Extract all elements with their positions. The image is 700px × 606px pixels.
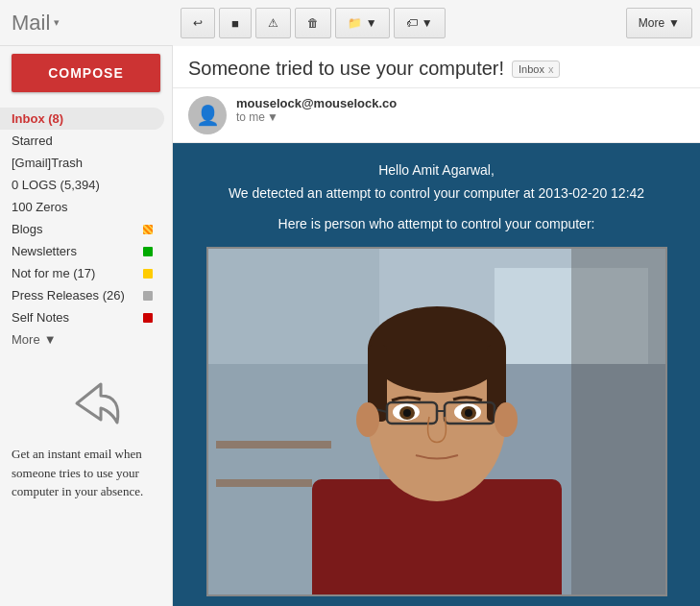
spam-button[interactable]: ⚠: [255, 8, 291, 38]
sidebar-item-newsletters[interactable]: Newsletters: [0, 240, 164, 262]
more-chevron-icon: ▼: [44, 332, 57, 347]
move-button[interactable]: 📁 ▼: [335, 8, 390, 38]
svg-rect-4: [571, 249, 665, 594]
app-title: Mail: [12, 11, 50, 36]
sidebar-item-blogs[interactable]: Blogs: [0, 218, 164, 240]
sender-email: mouselock@mouselock.co: [236, 96, 397, 110]
svg-rect-26: [216, 479, 312, 487]
avatar: 👤: [188, 96, 227, 134]
sidebar-item-inbox[interactable]: Inbox (8): [0, 108, 164, 130]
sidebar: COMPOSE Inbox (8) Starred [Gmail]Trash 0…: [0, 46, 173, 606]
reply-icon: ↩: [193, 16, 203, 30]
svg-point-16: [403, 409, 411, 417]
notforme-dot: [143, 269, 153, 279]
newsletters-dot: [143, 247, 153, 256]
svg-point-9: [368, 306, 506, 393]
email-subject: Someone tried to use your computer!: [188, 58, 504, 80]
sidebar-item-0logs[interactable]: 0 LOGS (5,394): [0, 174, 164, 196]
main-toolbar: ↩ ■ ⚠ 🗑 📁 ▼ 🏷 ▼ More ▼: [173, 0, 700, 46]
more-label: More: [12, 332, 40, 347]
svg-point-24: [495, 402, 518, 437]
sidebar-item-100zeros[interactable]: 100 Zeros: [0, 196, 164, 218]
archive-button[interactable]: ■: [219, 8, 252, 38]
email-greeting: Hello Amit Agarwal,: [192, 162, 681, 178]
email-body: Hello Amit Agarwal, We detected an attem…: [173, 143, 700, 606]
sidebar-item-label: [Gmail]Trash: [12, 156, 153, 170]
inbox-badge: Inbox x: [512, 61, 560, 78]
sidebar-item-label: 0 LOGS (5,394): [12, 178, 153, 192]
sidebar-item-starred[interactable]: Starred: [0, 130, 164, 152]
avatar-icon: 👤: [196, 104, 220, 127]
sidebar-item-gmailtrash[interactable]: [Gmail]Trash: [0, 152, 164, 174]
svg-point-23: [356, 402, 379, 437]
chevron-down-icon: ▼: [422, 16, 433, 30]
blogs-dot: [143, 225, 153, 234]
email-to[interactable]: to me ▼: [236, 110, 397, 124]
photo-container: [206, 247, 667, 596]
to-label: to me: [236, 110, 265, 124]
mail-dropdown-icon[interactable]: ▾: [54, 16, 60, 29]
promo-text: Get an instant email when someone tries …: [12, 445, 160, 501]
sidebar-item-label: Press Releases (26): [12, 288, 143, 303]
sidebar-item-selfnotes[interactable]: Self Notes: [0, 306, 164, 328]
email-photo-intro: Here is person who attempt to control yo…: [192, 216, 681, 231]
sidebar-item-label: Not for me (17): [12, 266, 143, 280]
delete-icon: 🗑: [307, 16, 319, 30]
email-meta: 👤 mouselock@mouselock.co to me ▼: [173, 88, 700, 143]
delete-button[interactable]: 🗑: [295, 8, 331, 38]
main-layout: COMPOSE Inbox (8) Starred [Gmail]Trash 0…: [0, 46, 700, 606]
sidebar-more-button[interactable]: More ▼: [0, 328, 172, 351]
sidebar-item-label: Self Notes: [12, 310, 143, 325]
svg-rect-25: [216, 441, 331, 448]
share-icon: [48, 370, 125, 437]
compose-button[interactable]: COMPOSE: [12, 54, 160, 92]
content-area: Someone tried to use your computer! Inbo…: [173, 46, 700, 606]
label-icon: 🏷: [406, 16, 418, 30]
inbox-close-button[interactable]: x: [548, 63, 554, 75]
promo-section: Get an instant email when someone tries …: [0, 358, 172, 513]
sidebar-item-label: Starred: [12, 133, 153, 148]
more-label: More: [639, 16, 664, 30]
sidebar-item-label: 100 Zeros: [12, 200, 153, 214]
share-icon-container: [12, 370, 160, 437]
folder-icon: 📁: [348, 16, 362, 30]
sidebar-item-label: Newsletters: [12, 244, 143, 258]
inbox-badge-label: Inbox: [519, 63, 544, 75]
label-button[interactable]: 🏷 ▼: [394, 8, 446, 38]
sidebar-item-label: Blogs: [12, 222, 143, 236]
person-photo: [208, 249, 665, 594]
archive-icon: ■: [231, 16, 239, 31]
reply-button[interactable]: ↩: [181, 8, 215, 38]
sidebar-item-notforme[interactable]: Not for me (17): [0, 262, 164, 284]
svg-point-17: [465, 409, 472, 417]
chevron-down-icon: ▼: [366, 16, 377, 30]
email-detection-message: We detected an attempt to control your c…: [192, 185, 681, 201]
sender-info: mouselock@mouselock.co to me ▼: [236, 96, 397, 124]
pressreleases-dot: [143, 291, 153, 301]
email-body-inner: Hello Amit Agarwal, We detected an attem…: [173, 143, 700, 606]
email-subject-bar: Someone tried to use your computer! Inbo…: [173, 46, 700, 88]
sidebar-item-label: Inbox (8): [12, 111, 153, 126]
sidebar-item-pressreleases[interactable]: Press Releases (26): [0, 284, 164, 306]
to-chevron-icon: ▼: [267, 110, 278, 124]
more-chevron-icon: ▼: [668, 16, 680, 30]
spam-icon: ⚠: [268, 16, 278, 30]
more-button[interactable]: More ▼: [626, 8, 692, 38]
selfnotes-dot: [143, 313, 153, 323]
person-photo-svg: [208, 249, 665, 594]
app-header: Mail ▾ ↩ ■ ⚠ 🗑 📁 ▼ 🏷 ▼ More: [0, 0, 700, 46]
mail-header: Mail ▾: [0, 0, 173, 46]
